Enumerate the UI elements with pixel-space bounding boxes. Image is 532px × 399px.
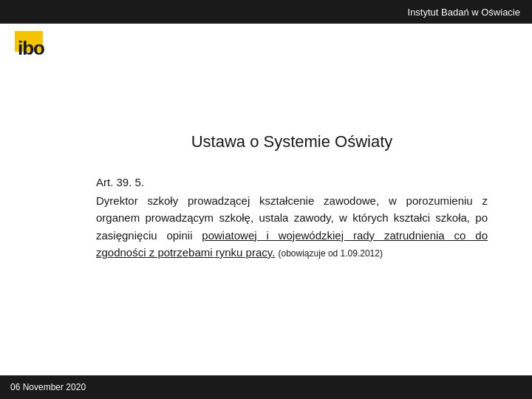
main-content: Ustawa o Systemie Oświaty Art. 39. 5. Dy… <box>74 24 510 369</box>
note-text: (obowiązuje od 1.09.2012) <box>279 248 383 259</box>
footer-bar: 06 November 2020 <box>0 375 532 399</box>
article-body: Art. 39. 5. Dyrektor szkoły prowadzącej … <box>96 174 488 261</box>
footer-date: 06 November 2020 <box>10 382 86 392</box>
logo-text: ibo <box>18 37 44 60</box>
header-title: Instytut Badań w Oświacie <box>408 7 520 18</box>
slide-title: Ustawa o Systemie Oświaty <box>96 132 488 151</box>
article-number: Art. 39. 5. <box>96 174 488 191</box>
article-paragraph: Dyrektor szkoły prowadzącej kształcenie … <box>96 194 488 259</box>
header-bar: Instytut Badań w Oświacie <box>0 0 532 24</box>
